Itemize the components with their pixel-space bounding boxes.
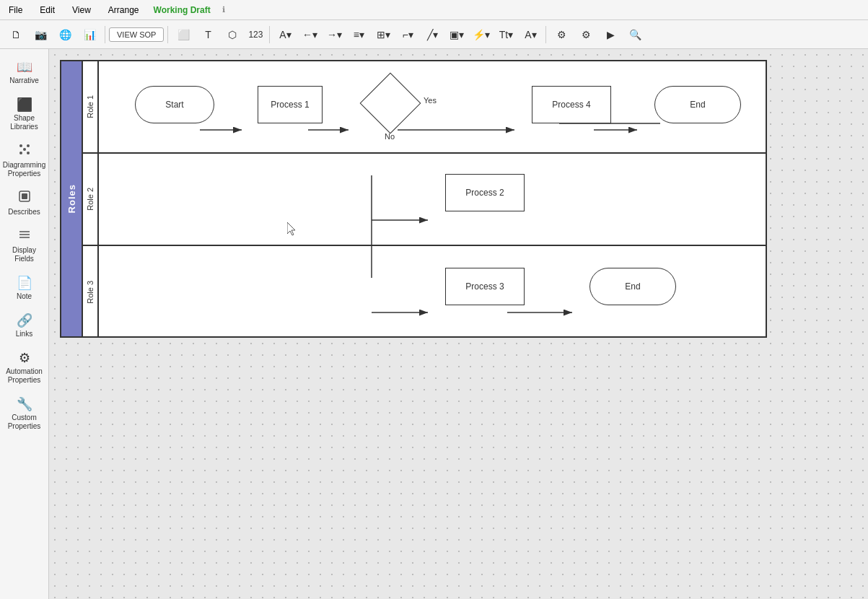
sidebar-diagramming-label: Diagramming Properties <box>3 161 45 178</box>
process4-shape[interactable]: Process 4 <box>532 86 611 123</box>
sidebar: 📖 Narrative ⬛ Shape Libraries Diagrammin… <box>0 49 49 599</box>
sidebar-item-narrative[interactable]: 📖 Narrative <box>1 55 48 89</box>
line-style-button[interactable]: ╱▾ <box>421 24 444 45</box>
camera-button[interactable]: 📷 <box>29 24 52 45</box>
sidebar-display-fields-label: Display Fields <box>4 246 45 263</box>
sidebar-item-links[interactable]: 🔗 Links <box>1 308 48 343</box>
roles-label: Roles <box>66 184 77 213</box>
select-tool-button[interactable]: ⬜ <box>172 24 195 45</box>
roles-header: Roles <box>61 61 83 336</box>
yes-label: Yes <box>424 96 437 105</box>
lane-role2-header: Role 2 <box>83 154 99 245</box>
lane-role1-header: Role 1 <box>83 61 99 152</box>
menu-view[interactable]: View <box>69 4 94 17</box>
settings1-button[interactable]: ⚙ <box>550 24 573 45</box>
sidebar-shape-label: Shape Libraries <box>4 114 45 131</box>
font-size-button[interactable]: Tt▾ <box>494 24 517 45</box>
svg-point-0 <box>19 144 22 147</box>
connector-button[interactable]: ⌐▾ <box>396 24 419 45</box>
sidebar-item-custom[interactable]: 🔧 Custom Properties <box>1 392 48 435</box>
lane-role2-content[interactable]: Process 2 <box>99 154 766 245</box>
start-shape[interactable]: Start <box>135 86 214 123</box>
sidebar-note-label: Note <box>17 292 32 301</box>
menu-arrange[interactable]: Arrange <box>105 4 142 17</box>
line-color-button[interactable]: A▾ <box>273 24 297 45</box>
lane-role2-label: Role 2 <box>86 188 95 211</box>
sidebar-describes-label: Describes <box>8 208 40 217</box>
end2-shape[interactable]: End <box>589 268 676 305</box>
canvas-area[interactable]: Roles Role 1 Start Pr <box>49 49 868 599</box>
end1-shape[interactable]: End <box>654 86 741 123</box>
sidebar-links-label: Links <box>16 330 32 338</box>
display-fields-icon <box>18 228 31 245</box>
svg-point-2 <box>19 152 22 154</box>
lane-role3: Role 3 Process 3 End <box>83 246 766 338</box>
sidebar-custom-label: Custom Properties <box>4 414 45 431</box>
menu-edit[interactable]: Edit <box>37 4 58 17</box>
arrow-end-button[interactable]: →▾ <box>323 24 346 45</box>
main-area: 📖 Narrative ⬛ Shape Libraries Diagrammin… <box>0 49 868 599</box>
no-label: No <box>385 132 395 141</box>
separator-1 <box>105 26 105 43</box>
sidebar-item-shape-libraries[interactable]: ⬛ Shape Libraries <box>1 92 48 136</box>
lane-role2: Role 2 Process 2 <box>83 154 766 246</box>
svg-point-3 <box>27 152 30 154</box>
sidebar-narrative-label: Narrative <box>9 76 39 85</box>
separator-2 <box>167 26 168 43</box>
svg-rect-6 <box>22 193 27 199</box>
diamond-inner <box>360 73 421 134</box>
align-button[interactable]: ≡▾ <box>347 24 370 45</box>
svg-point-4 <box>23 148 26 151</box>
document-title[interactable]: Working Draft <box>154 5 211 15</box>
menu-file[interactable]: File <box>6 4 25 17</box>
shape-tool-button[interactable]: ⬡ <box>221 24 244 45</box>
describes-icon <box>18 190 31 206</box>
toolbar: 🗋 📷 🌐 📊 VIEW SOP ⬜ T ⬡ 123 A▾ ←▾ →▾ ≡▾ ⊞… <box>0 20 868 49</box>
info-icon[interactable]: ℹ <box>222 5 225 14</box>
settings2-button[interactable]: ⚙ <box>574 24 597 45</box>
automation-icon: ⚙ <box>19 350 30 366</box>
note-icon: 📄 <box>17 275 32 291</box>
sidebar-item-display-fields[interactable]: Display Fields <box>1 224 48 268</box>
separator-3 <box>269 26 270 43</box>
lane-role3-label: Role 3 <box>86 281 95 304</box>
play-button[interactable]: ▶ <box>599 24 622 45</box>
custom-icon: 🔧 <box>17 396 32 412</box>
diagramming-icon <box>18 143 31 159</box>
decision-shape[interactable] <box>366 79 415 128</box>
separator-4 <box>545 26 546 43</box>
process2-shape[interactable]: Process 2 <box>445 174 525 211</box>
distribute-button[interactable]: ⊞▾ <box>372 24 395 45</box>
search-button[interactable]: 🔍 <box>623 24 646 45</box>
links-icon: 🔗 <box>17 312 32 328</box>
swimlane-diagram[interactable]: Roles Role 1 Start Pr <box>60 60 767 338</box>
sidebar-automation-label: Automation Properties <box>4 367 45 385</box>
sidebar-item-describes[interactable]: Describes <box>1 185 48 221</box>
lane-role1-content[interactable]: Start Process 1 Yes <box>99 61 766 152</box>
new-file-button[interactable]: 🗋 <box>4 24 27 45</box>
view-sop-button[interactable]: VIEW SOP <box>109 27 164 42</box>
text-tool-button[interactable]: T <box>196 24 219 45</box>
fill-button[interactable]: ▣▾ <box>445 24 468 45</box>
lane-role1: Role 1 Start Process 1 <box>83 61 766 154</box>
waypoint-button[interactable]: ⚡▾ <box>470 24 493 45</box>
sidebar-item-note[interactable]: 📄 Note <box>1 271 48 305</box>
arrow-start-button[interactable]: ←▾ <box>298 24 321 45</box>
narrative-icon: 📖 <box>17 59 32 75</box>
number-display: 123 <box>245 30 266 40</box>
sidebar-item-diagramming[interactable]: Diagramming Properties <box>1 139 48 183</box>
process1-shape[interactable]: Process 1 <box>258 86 323 123</box>
text-color-button[interactable]: A▾ <box>519 24 542 45</box>
lane-role3-content[interactable]: Process 3 End <box>99 246 766 338</box>
svg-point-1 <box>27 144 30 147</box>
menu-bar: File Edit View Arrange Working Draft ℹ <box>0 0 868 20</box>
chart-button[interactable]: 📊 <box>78 24 101 45</box>
globe-button[interactable]: 🌐 <box>53 24 76 45</box>
lane-role1-label: Role 1 <box>86 95 95 118</box>
lanes-area: Role 1 Start Process 1 <box>83 61 766 336</box>
shape-libraries-icon: ⬛ <box>17 97 32 113</box>
process3-shape[interactable]: Process 3 <box>445 268 525 305</box>
sidebar-item-automation[interactable]: ⚙ Automation Properties <box>1 346 48 389</box>
lane-role3-header: Role 3 <box>83 246 99 338</box>
